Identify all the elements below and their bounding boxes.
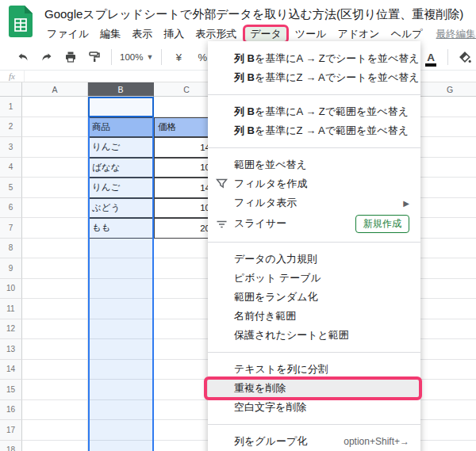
- menu-item-9[interactable]: スライサー新規作成: [208, 212, 420, 235]
- row-header-5[interactable]: 5: [0, 178, 22, 198]
- menu-item-1[interactable]: 列 B を基準にZ → Aでシートを並べ替え: [208, 68, 420, 87]
- cell-G12[interactable]: [417, 319, 476, 340]
- cell-G4[interactable]: [417, 158, 476, 178]
- menu-item-0[interactable]: 列 B を基準にA → Zでシートを並べ替え: [208, 49, 420, 68]
- cell-G7[interactable]: [417, 218, 476, 239]
- cell-G5[interactable]: [417, 178, 476, 198]
- menu-item-12[interactable]: ピボット テーブル: [208, 269, 420, 288]
- menu-item-19[interactable]: 空白文字を削除: [208, 398, 420, 417]
- cell-G8[interactable]: [417, 239, 476, 259]
- cell-A15[interactable]: [22, 380, 88, 400]
- cell-G6[interactable]: [417, 198, 476, 219]
- cell-B9[interactable]: [88, 258, 154, 279]
- cell-B6[interactable]: ぶどう: [88, 198, 154, 219]
- cell-B18[interactable]: [88, 441, 154, 451]
- menubar-item-編集[interactable]: 編集: [94, 25, 126, 43]
- menu-item-14[interactable]: 名前付き範囲: [208, 307, 420, 326]
- row-header-10[interactable]: 10: [0, 279, 22, 300]
- row-header-2[interactable]: 2: [0, 117, 22, 138]
- menu-item-18[interactable]: 重複を削除: [208, 379, 420, 398]
- cell-B13[interactable]: [88, 339, 154, 360]
- menubar-item-ツール[interactable]: ツール: [290, 25, 332, 43]
- row-header-8[interactable]: 8: [0, 239, 22, 259]
- cell-B11[interactable]: [88, 299, 154, 319]
- cell-B14[interactable]: [88, 360, 154, 380]
- zoom-select[interactable]: 100%▼: [117, 52, 156, 62]
- row-header-3[interactable]: 3: [0, 137, 22, 158]
- row-header-14[interactable]: 14: [0, 360, 22, 380]
- cell-A1[interactable]: [22, 97, 88, 117]
- cell-A9[interactable]: [22, 258, 88, 279]
- menu-item-21[interactable]: 列をグループ化option+Shift+→: [208, 432, 420, 451]
- cell-A8[interactable]: [22, 239, 88, 259]
- cell-B5[interactable]: りんご: [88, 178, 154, 198]
- row-header-9[interactable]: 9: [0, 258, 22, 279]
- cell-A5[interactable]: [22, 178, 88, 198]
- cell-A12[interactable]: [22, 319, 88, 340]
- cell-A18[interactable]: [22, 441, 88, 451]
- document-title[interactable]: Googleスプレッドシートで外部データを取り込む方法(区切り位置、重複削除): [44, 7, 463, 22]
- column-header-B[interactable]: B: [88, 82, 154, 97]
- cell-G3[interactable]: [417, 137, 476, 158]
- row-header-7[interactable]: 7: [0, 218, 22, 239]
- cell-B8[interactable]: [88, 239, 154, 259]
- menu-item-13[interactable]: 範囲をランダム化: [208, 288, 420, 307]
- row-header-11[interactable]: 11: [0, 299, 22, 319]
- menu-item-8[interactable]: フィルタ表示▶: [208, 193, 420, 212]
- select-all-corner[interactable]: [0, 82, 22, 97]
- cell-A11[interactable]: [22, 299, 88, 319]
- cell-B3[interactable]: りんご: [88, 137, 154, 158]
- row-header-12[interactable]: 12: [0, 319, 22, 340]
- cell-G1[interactable]: [417, 97, 476, 117]
- cell-B4[interactable]: ばなな: [88, 158, 154, 178]
- cell-B15[interactable]: [88, 380, 154, 400]
- row-header-18[interactable]: 18: [0, 441, 22, 451]
- row-header-4[interactable]: 4: [0, 158, 22, 178]
- cell-A7[interactable]: [22, 218, 88, 239]
- cell-A14[interactable]: [22, 360, 88, 380]
- row-header-1[interactable]: 1: [0, 97, 22, 117]
- cell-B7[interactable]: もも: [88, 218, 154, 239]
- redo-button[interactable]: [37, 48, 56, 67]
- column-header-G[interactable]: G: [417, 82, 476, 97]
- cell-A10[interactable]: [22, 279, 88, 300]
- cell-A6[interactable]: [22, 198, 88, 219]
- menu-item-3[interactable]: 列 B を基準にA → Zで範囲を並べ替え: [208, 102, 420, 121]
- menubar-item-ヘルプ[interactable]: ヘルプ: [386, 25, 428, 43]
- cell-B1[interactable]: [88, 97, 154, 117]
- column-header-A[interactable]: A: [22, 82, 88, 97]
- fill-color-button[interactable]: [455, 48, 474, 67]
- cell-B10[interactable]: [88, 279, 154, 300]
- menu-item-11[interactable]: データの入力規則: [208, 250, 420, 269]
- cell-G9[interactable]: [417, 258, 476, 279]
- row-header-13[interactable]: 13: [0, 339, 22, 360]
- row-header-17[interactable]: 17: [0, 420, 22, 441]
- menubar-item-表示[interactable]: 表示: [126, 25, 158, 43]
- cell-B12[interactable]: [88, 319, 154, 340]
- menubar-item-アドオン[interactable]: アドオン: [332, 25, 385, 43]
- row-header-16[interactable]: 16: [0, 400, 22, 421]
- cell-G18[interactable]: [417, 441, 476, 451]
- menubar-item-ファイル[interactable]: ファイル: [41, 25, 94, 43]
- cell-G16[interactable]: [417, 400, 476, 421]
- cell-A3[interactable]: [22, 137, 88, 158]
- cell-G11[interactable]: [417, 299, 476, 319]
- cell-A2[interactable]: [22, 117, 88, 138]
- row-header-15[interactable]: 15: [0, 380, 22, 400]
- format-currency-button[interactable]: ¥: [169, 48, 188, 67]
- cell-B2[interactable]: 商品: [88, 117, 154, 138]
- menu-item-7[interactable]: フィルタを作成: [208, 174, 420, 193]
- menu-item-6[interactable]: 範囲を並べ替え: [208, 155, 420, 174]
- cell-A13[interactable]: [22, 339, 88, 360]
- row-header-6[interactable]: 6: [0, 198, 22, 219]
- menu-item-15[interactable]: 保護されたシートと範囲: [208, 326, 420, 345]
- last-edit-link[interactable]: 最終編集: 4 分前: [436, 28, 476, 41]
- cell-G13[interactable]: [417, 339, 476, 360]
- cell-A17[interactable]: [22, 420, 88, 441]
- cell-A16[interactable]: [22, 400, 88, 421]
- cell-G10[interactable]: [417, 279, 476, 300]
- paint-format-button[interactable]: [85, 48, 104, 67]
- menu-item-17[interactable]: テキストを列に分割: [208, 360, 420, 379]
- cell-A4[interactable]: [22, 158, 88, 178]
- menu-item-4[interactable]: 列 B を基準にZ → Aで範囲を並べ替え: [208, 121, 420, 140]
